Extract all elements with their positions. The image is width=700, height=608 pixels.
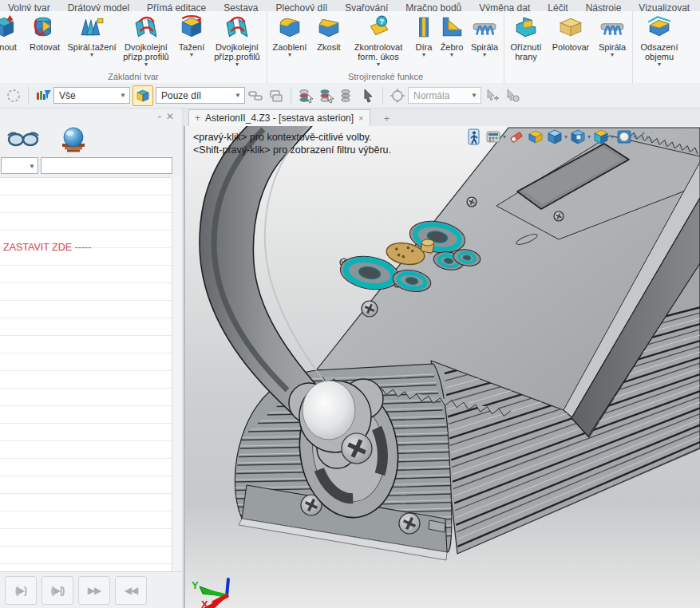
ribbon-item-dvojkolejn-p-zp-profil-[interactable]: Dvojkolejní přízp.profilů▾	[209, 11, 265, 70]
stack-color-icon[interactable]	[318, 87, 335, 105]
menu-item-7[interactable]: Mračno bodů	[405, 0, 461, 12]
offset-icon	[646, 14, 673, 40]
chevron-down-icon[interactable]: ▾	[611, 52, 614, 58]
ribbon-item-o-znut-hrany[interactable]: Oříznutí hrany	[504, 11, 548, 70]
ribbon-item-rotovat[interactable]: Rotovat	[24, 11, 65, 70]
menu-item-3[interactable]: Přímá editace	[147, 0, 206, 12]
close-icon[interactable]: ✕	[166, 111, 174, 122]
menu-item-1[interactable]: Volný tvar	[8, 0, 50, 12]
replay-button-3[interactable]: ▶▶	[78, 576, 110, 605]
tab-close-icon[interactable]: ×	[358, 113, 363, 123]
connector-gold-plug[interactable]	[421, 239, 434, 254]
hole-icon	[411, 14, 437, 40]
yellow-box-icon[interactable]	[528, 128, 544, 145]
chevron-down-icon[interactable]: ▾	[377, 61, 380, 68]
filter-icon[interactable]	[34, 87, 52, 105]
iso-cube-icon[interactable]: ▾	[593, 128, 614, 145]
history-filter-combo[interactable]: ▼	[1, 157, 38, 174]
chevron-down-icon: ▼	[235, 92, 241, 99]
chevron-down-icon[interactable]: ▾	[450, 52, 453, 58]
ribbon-item-spir-l-ta-en-[interactable]: Spirál.tažení▾	[65, 11, 118, 70]
panel-scrollbar[interactable]	[172, 177, 182, 571]
replay-button-4[interactable]: ◀◀	[115, 576, 147, 605]
restore-icon[interactable]: ▫	[158, 111, 161, 122]
new-tab-button[interactable]: +	[378, 112, 396, 126]
ribbon-item-spir-la[interactable]: Spirála▾	[467, 11, 502, 70]
lasso-icon[interactable]	[5, 87, 22, 105]
view-cube-icon[interactable]: ▾	[547, 128, 568, 145]
chevron-down-icon[interactable]: ▾	[611, 133, 614, 140]
link-a-icon[interactable]	[247, 87, 264, 105]
ribbon-item-odsazen-objemu[interactable]: Odsazení objemu▾	[633, 11, 686, 70]
chevron-down-icon[interactable]: ▾	[634, 133, 637, 140]
stack-red-icon[interactable]	[297, 87, 314, 105]
hint-line-2: <Shift-pravý-klik> pro zobrazení filtru …	[193, 144, 391, 156]
dots-icon[interactable]	[639, 128, 656, 145]
viewport-overlay-toolbar: ▾▾▾▾▾	[466, 128, 656, 145]
menu-item-2[interactable]: Drátový model	[68, 0, 129, 12]
view-normal-combo[interactable]: Normála ▼	[408, 87, 481, 104]
menu-item-11[interactable]: Vizualizovat	[639, 0, 690, 12]
menu-item-5[interactable]: Plechový díl	[275, 0, 327, 12]
ribbon-item-dvojkolejn-p-zp-profil-[interactable]: Dvojkolejní přízp.profilů▾	[118, 11, 174, 70]
section-cube-icon[interactable]: ▾	[570, 128, 591, 145]
chevron-down-icon[interactable]: ▾	[564, 133, 568, 140]
link-b-icon[interactable]	[267, 87, 285, 105]
chamfer-icon	[315, 14, 342, 40]
tab-plus-icon[interactable]: +	[195, 113, 200, 124]
cursor-icon[interactable]	[359, 87, 377, 105]
chevron-down-icon[interactable]: ▾	[503, 133, 506, 140]
cursor-gear-icon[interactable]	[504, 87, 521, 105]
ribbon-item-d-ra[interactable]: Díra▾	[411, 11, 437, 70]
keypad-icon[interactable]: ▾	[485, 128, 506, 145]
screw-phillips	[467, 197, 477, 207]
chevron-down-icon[interactable]: ▾	[483, 52, 486, 58]
history-list[interactable]: ZASTAVIT ZDE -----	[0, 177, 172, 572]
ribbon-item-ta-en-[interactable]: Tažení▾	[174, 11, 209, 70]
render-mode-icon[interactable]: ▾	[616, 128, 637, 145]
ribbon-group-label: Základní tvar	[0, 72, 267, 81]
ribbon-item-polotovar[interactable]: Polotovar	[548, 11, 594, 70]
chevron-down-icon[interactable]: ▾	[144, 61, 148, 68]
tab-asterion[interactable]: + AsterionII_4.Z3 - [sestava asterion] ×	[188, 109, 370, 126]
ribbon-item--ebro[interactable]: Žebro▾	[437, 11, 467, 70]
ribbon-group-label: Strojírenské funkce	[267, 72, 504, 81]
menu-item-6[interactable]: Svařování	[345, 0, 388, 12]
replay-button-2[interactable]: (▶|)	[42, 576, 73, 605]
ribbon-item-zkosit[interactable]: Zkosit	[312, 11, 346, 70]
ribbon-item-spir-la[interactable]: Spirála▾	[594, 11, 631, 70]
cursor-plus-icon[interactable]	[483, 87, 500, 105]
ribbon-item-zaoblen-[interactable]: Zaoblení▾	[267, 11, 312, 70]
replay-controls: (▶)(▶|)▶▶◀◀	[0, 571, 182, 608]
ribbon-item-zkontrolovat-form-kos[interactable]: ?Zkontrolovat form. úkos▾	[346, 11, 411, 70]
menu-item-10[interactable]: Nástroje	[586, 0, 622, 12]
entity-filter-combo[interactable]: Vše ▼	[53, 87, 130, 104]
ribbon-item-label: Zkosit	[317, 42, 340, 52]
history-search-input[interactable]	[41, 157, 172, 174]
menu-item-9[interactable]: Léčit	[548, 0, 568, 12]
shape-filter-toggle[interactable]	[132, 85, 153, 106]
chevron-down-icon[interactable]: ▾	[288, 52, 291, 58]
menu-item-8[interactable]: Výměna dat	[479, 0, 530, 12]
walk-person-icon[interactable]	[466, 128, 483, 145]
render-sphere-icon[interactable]	[59, 126, 88, 156]
stack-gray-icon[interactable]	[338, 87, 356, 105]
menu-item-4[interactable]: Sestava	[223, 0, 258, 12]
manager-panel: ▫ ✕ ▼ ZASTAVIT ZDE ----- (▶)(▶|)▶▶◀◀	[0, 109, 182, 608]
panel-combo-row: ▼	[0, 156, 182, 178]
chevron-down-icon[interactable]: ▾	[90, 52, 93, 58]
chevron-down-icon[interactable]: ▾	[190, 52, 193, 58]
replay-button-1[interactable]: (▶)	[5, 576, 37, 605]
chevron-down-icon[interactable]: ▾	[658, 61, 661, 68]
graphics-viewport[interactable]: Y X <pravý-klik> pro kontextově-citlivé …	[184, 126, 700, 608]
model-canvas[interactable]: Y X	[185, 126, 700, 608]
orbit-icon[interactable]	[389, 87, 406, 105]
scope-combo[interactable]: Pouze díl ▼	[156, 87, 245, 104]
chevron-down-icon[interactable]: ▾	[587, 133, 591, 140]
chevron-down-icon[interactable]: ▾	[235, 61, 239, 68]
hint-line-1: <pravý-klik> pro kontextově-citlivé volb…	[193, 131, 391, 144]
glasses-icon[interactable]	[6, 129, 40, 153]
eraser-icon[interactable]	[508, 128, 525, 145]
ribbon-item-vysunout[interactable]: Vysunout	[0, 11, 24, 70]
chevron-down-icon[interactable]: ▾	[422, 52, 425, 58]
